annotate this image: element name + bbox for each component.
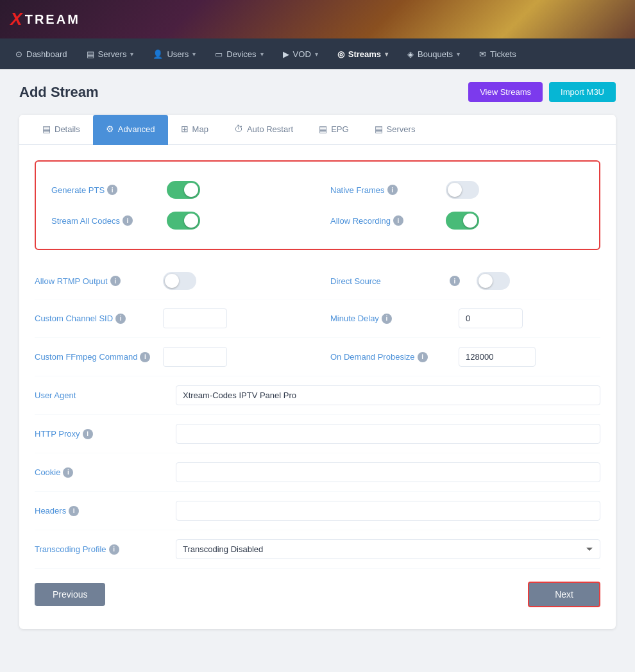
toggle-row-2: Stream All Codecs i Allow Recording i [51,205,584,236]
page-title: Add Stream [19,84,98,101]
view-streams-button[interactable]: View Streams [468,82,543,102]
custom-channel-sid-label: Custom Channel SID i [35,314,150,324]
main-nav: ⊙ Dashboard ▤ Servers ▾ 👤 Users ▾ ▭ Devi… [0,38,635,69]
vod-chevron-icon: ▾ [315,51,318,58]
minute-delay-group: Minute Delay i [330,308,600,328]
http-proxy-info-icon[interactable]: i [83,429,93,439]
minute-delay-input[interactable] [459,308,523,328]
allow-rtmp-output-toggle[interactable] [163,272,196,290]
streams-icon: ◎ [337,49,344,59]
nav-dashboard[interactable]: ⊙ Dashboard [6,44,76,64]
on-demand-probesize-input[interactable] [459,347,536,367]
cookie-input[interactable] [176,462,600,482]
tab-servers[interactable]: ▤ Servers [362,115,428,145]
map-tab-icon: ⊞ [181,124,189,134]
nav-users[interactable]: 👤 Users ▾ [144,44,205,64]
stream-all-codecs-info-icon[interactable]: i [123,215,133,226]
custom-channel-sid-info-icon[interactable]: i [115,314,126,324]
page-header: Add Stream View Streams Import M3U [19,82,616,102]
native-frames-info-icon[interactable]: i [387,185,398,195]
transcoding-profile-info-icon[interactable]: i [109,544,119,555]
servers-tab-icon: ▤ [375,124,383,134]
main-card: ▤ Details ⚙ Advanced ⊞ Map ⏱ Auto Restar… [19,115,616,629]
nav-vod[interactable]: ▶ VOD ▾ [274,44,327,64]
generate-pts-label: Generate PTS i [51,185,154,195]
allow-recording-group: Allow Recording i [330,212,584,230]
details-tab-icon: ▤ [42,124,51,134]
tab-advanced-label: Advanced [118,124,155,134]
nav-devices[interactable]: ▭ Devices ▾ [206,44,272,64]
nav-bouquets-label: Bouquets [418,49,453,59]
allow-rtmp-output-group: Allow RTMP Output i [35,272,305,290]
logo-x: X [10,9,22,29]
dashboard-icon: ⊙ [15,49,22,59]
custom-channel-minute-row: Custom Channel SID i Minute Delay i [35,299,600,338]
generate-pts-info-icon[interactable]: i [107,185,117,195]
import-m3u-button[interactable]: Import M3U [549,82,616,102]
headers-row: Headers i [35,492,600,530]
tab-servers-label: Servers [387,124,416,134]
http-proxy-row: HTTP Proxy i [35,415,600,453]
nav-servers[interactable]: ▤ Servers ▾ [78,44,143,64]
generate-pts-group: Generate PTS i [51,181,305,199]
transcoding-profile-row: Transcoding Profile i Transcoding Disabl… [35,530,600,569]
tab-bar: ▤ Details ⚙ Advanced ⊞ Map ⏱ Auto Restar… [19,115,616,145]
stream-all-codecs-toggle[interactable] [167,212,200,230]
next-button[interactable]: Next [528,582,600,607]
allow-recording-info-icon[interactable]: i [393,215,403,226]
headers-info-icon[interactable]: i [69,506,79,516]
native-frames-toggle[interactable] [446,181,479,199]
tab-auto-restart[interactable]: ⏱ Auto Restart [221,115,306,145]
native-frames-label: Native Frames i [330,185,433,195]
on-demand-probesize-group: On Demand Probesize i [330,347,600,367]
tab-epg-label: EPG [331,124,348,134]
header-buttons: View Streams Import M3U [468,82,616,102]
user-agent-input[interactable] [176,385,600,405]
nav-tickets[interactable]: ✉ Tickets [470,44,525,64]
tab-map[interactable]: ⊞ Map [168,115,221,145]
top-banner: X TREAM [0,0,635,38]
stream-all-codecs-group: Stream All Codecs i [51,212,305,230]
tab-details[interactable]: ▤ Details [30,115,93,145]
nav-bouquets[interactable]: ◈ Bouquets ▾ [398,44,469,64]
custom-ffmpeg-command-input[interactable] [163,347,227,367]
rtmp-direct-row: Allow RTMP Output i Direct Source i [35,263,600,299]
direct-source-label: Direct Source [330,276,446,286]
logo: X TREAM [10,9,80,29]
http-proxy-input[interactable] [176,424,600,444]
allow-recording-toggle[interactable] [446,212,479,230]
minute-delay-info-icon[interactable]: i [382,314,392,324]
generate-pts-toggle[interactable] [167,181,200,199]
custom-ffmpeg-command-label: Custom FFmpeg Command i [35,352,150,362]
nav-streams[interactable]: ◎ Streams ▾ [328,44,397,64]
native-frames-group: Native Frames i [330,181,584,199]
allow-rtmp-output-label: Allow RTMP Output i [35,276,150,286]
advanced-tab-icon: ⚙ [106,124,114,134]
previous-button[interactable]: Previous [35,583,105,606]
tab-auto-restart-label: Auto Restart [247,124,293,134]
on-demand-probesize-info-icon[interactable]: i [418,352,428,362]
cookie-row: Cookie i [35,453,600,492]
stream-all-codecs-label: Stream All Codecs i [51,215,154,226]
cookie-info-icon[interactable]: i [63,467,73,478]
auto-restart-tab-icon: ⏱ [234,124,243,134]
transcoding-profile-select[interactable]: Transcoding Disabled [176,539,600,559]
tab-advanced[interactable]: ⚙ Advanced [93,115,168,145]
nav-streams-label: Streams [348,49,381,59]
direct-source-info-icon[interactable]: i [450,276,460,286]
headers-label: Headers i [35,506,163,516]
logo-tream: TREAM [25,12,80,27]
custom-ffmpeg-info-icon[interactable]: i [140,352,150,362]
tab-details-label: Details [55,124,80,134]
users-icon: 👤 [153,49,163,59]
servers-icon: ▤ [87,49,94,59]
minute-delay-label: Minute Delay i [330,314,446,324]
servers-chevron-icon: ▾ [130,51,133,58]
headers-input[interactable] [176,501,600,521]
tab-epg[interactable]: ▤ EPG [306,115,361,145]
devices-chevron-icon: ▾ [260,51,264,58]
allow-rtmp-info-icon[interactable]: i [110,276,121,286]
nav-tickets-label: Tickets [490,49,516,59]
direct-source-toggle[interactable] [477,272,510,290]
custom-channel-sid-input[interactable] [163,308,227,328]
